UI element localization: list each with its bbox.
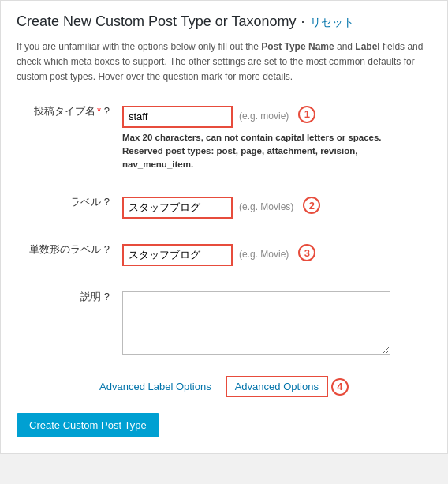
singular-placeholder: (e.g. Movie): [239, 244, 289, 260]
post-type-name-input-wrap: (e.g. movie) 1: [122, 106, 428, 128]
label-placeholder: (e.g. Movies): [239, 197, 293, 212]
badge-3: 3: [298, 244, 315, 261]
create-custom-post-type-button[interactable]: Create Custom Post Type: [17, 413, 159, 437]
row-description: 説明 ?: [17, 285, 431, 363]
badge-4: 4: [331, 378, 349, 396]
description-label-cell: 説明 ?: [17, 285, 119, 363]
singular-label-text: 単数形のラベル: [29, 243, 101, 255]
singular-label-input[interactable]: [122, 244, 233, 266]
post-type-name-input[interactable]: [122, 106, 233, 128]
links-row: Advanced Label Options Advanced Options …: [17, 376, 431, 397]
title-text: Create New Custom Post Type or Taxonomy: [17, 13, 297, 30]
label-help[interactable]: ?: [104, 196, 110, 208]
info-highlight1: Post Type Name: [261, 41, 334, 52]
info-mid1: and: [334, 41, 356, 52]
post-type-name-note: Max 20 characters, can not contain capit…: [122, 131, 390, 172]
row-singular-label: 単数形のラベル ? (e.g. Movie) 3: [17, 238, 431, 272]
label-input-wrap: (e.g. Movies) 2: [122, 197, 428, 219]
description-label: 説明: [80, 291, 101, 302]
info-before: If you are unfamiliar with the options b…: [17, 41, 261, 52]
badge-1: 1: [298, 106, 315, 123]
singular-input-wrap: (e.g. Movie) 3: [122, 244, 428, 266]
label-label-cell: ラベル ?: [17, 190, 119, 225]
badge-2: 2: [303, 197, 320, 214]
singular-label-help[interactable]: ?: [104, 243, 110, 255]
description-help[interactable]: ?: [104, 291, 110, 302]
advanced-options-link[interactable]: Advanced Options: [226, 376, 328, 397]
singular-label-input-cell: (e.g. Movie) 3: [119, 238, 431, 272]
advanced-options-wrap: Advanced Options 4: [226, 376, 349, 397]
separator: ·: [301, 13, 305, 30]
singular-label-cell: 単数形のラベル ?: [17, 238, 119, 272]
post-type-name-input-cell: (e.g. movie) 1 Max 20 characters, can no…: [119, 99, 431, 178]
info-text: If you are unfamiliar with the options b…: [17, 39, 431, 85]
post-type-name-placeholder: (e.g. movie): [239, 106, 289, 122]
row-post-type-name: 投稿タイプ名* ? (e.g. movie) 1 Max 20 characte…: [17, 99, 431, 178]
reset-link[interactable]: リセット: [310, 16, 354, 30]
description-input-cell: [119, 285, 431, 363]
description-textarea[interactable]: [122, 291, 390, 355]
post-type-name-label-cell: 投稿タイプ名* ?: [17, 99, 119, 178]
row-label: ラベル ? (e.g. Movies) 2: [17, 190, 431, 225]
page-title: Create New Custom Post Type or Taxonomy …: [17, 13, 431, 30]
post-type-name-help[interactable]: ?: [104, 105, 110, 117]
label-input[interactable]: [122, 197, 233, 219]
info-highlight2: Label: [355, 41, 379, 52]
submit-wrap: Create Custom Post Type: [17, 410, 431, 437]
post-type-name-label: 投稿タイプ名: [34, 105, 95, 117]
label-label: ラベル: [70, 196, 101, 208]
required-marker: *: [97, 105, 101, 117]
form-table: 投稿タイプ名* ? (e.g. movie) 1 Max 20 characte…: [17, 99, 431, 364]
advanced-label-options-link[interactable]: Advanced Label Options: [99, 381, 211, 392]
label-input-cell: (e.g. Movies) 2: [119, 190, 431, 225]
